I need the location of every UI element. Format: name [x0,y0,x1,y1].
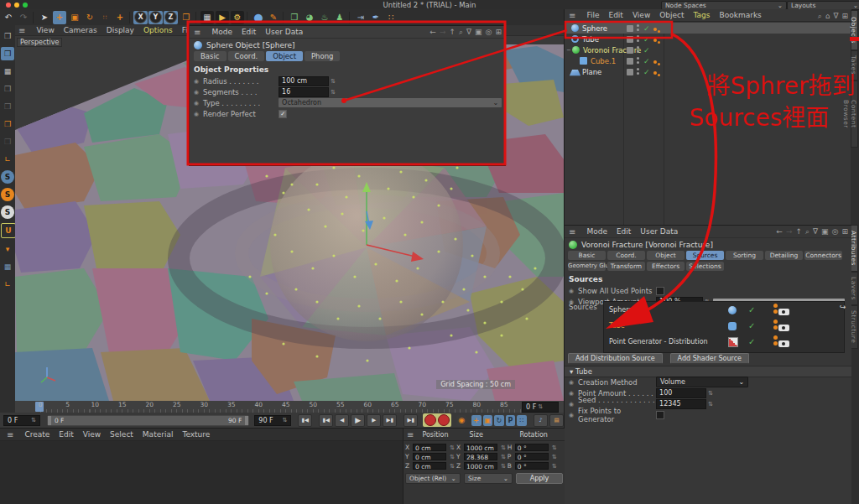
workplane-mode-icon[interactable]: ❒ [1,82,14,96]
side-tab-structure[interactable]: Structure [851,305,858,349]
back-icon[interactable]: ← [430,28,436,37]
range-start-handle[interactable] [48,416,51,425]
goto-start-button[interactable]: ▮◀ [298,414,312,427]
object-row-tube[interactable]: Tube ✓ [565,34,851,44]
material-menu-view[interactable]: View [83,430,101,439]
play-button[interactable]: ▶ [351,414,365,427]
spinner-icon[interactable]: ⇅ [708,401,713,408]
pos-z-field[interactable]: 0 cm [413,462,446,470]
object-row-voronoi-fracture[interactable]: − Voronoi Fracture ✓ [565,44,851,55]
back-icon[interactable]: ← [776,227,783,236]
viewport-menu-cameras[interactable]: Cameras [64,26,97,34]
expander-icon[interactable]: − [566,47,571,54]
source-row-tube[interactable]: Tube ✓ [604,318,844,334]
next-key-button[interactable]: ▶▮ [383,414,397,427]
type-dropdown[interactable]: Octahedron ⌄ [279,98,502,107]
visibility-dots-icon[interactable] [637,35,639,44]
layer-dot-icon[interactable] [773,325,778,330]
extra-tools-icon[interactable]: ∷ [384,11,398,24]
key-circle-icon[interactable]: ◉ [569,401,574,408]
prev-frame-button[interactable]: ◀ [335,414,349,427]
filter-icon[interactable]: ∇ [813,227,818,236]
render-picture-viewer-button[interactable]: ▶ [216,11,229,24]
visibility-dots-icon[interactable] [637,46,639,55]
dialog-menu-userdata[interactable]: User Data [265,28,303,36]
tab-effectors[interactable]: Effectors [647,262,685,271]
visibility-dots-icon[interactable] [637,68,639,76]
eye-icon[interactable] [778,340,789,347]
enabled-check-icon[interactable]: ✓ [643,57,650,65]
enabled-check-icon[interactable]: ✓ [643,68,650,76]
objects-menu-edit[interactable]: Edit [608,11,622,19]
visibility-dots-icon[interactable] [637,57,639,65]
undo-button[interactable]: ↶ [2,11,15,24]
hamburger-icon[interactable]: ≡ [569,227,575,236]
key-circle-icon[interactable]: ◉ [194,111,199,117]
add-volume-object-button[interactable]: ♨ [318,11,331,24]
current-frame-field[interactable]: 0 F ⇅ [3,415,40,426]
record-parameter-toggle[interactable]: P [506,415,516,426]
eye-icon[interactable] [778,325,789,331]
render-settings-button[interactable]: ⚙ [231,11,244,24]
spinner-icon[interactable]: ⇅ [450,454,455,460]
panel-icon[interactable]: ⊞ [495,28,502,37]
spinner-icon[interactable]: ⇅ [501,444,506,451]
material-menu-create[interactable]: Create [24,430,49,439]
keyframe-selection-button[interactable]: ◉ [456,415,466,426]
spinner-icon[interactable]: ⇅ [450,463,455,470]
material-manager-icon[interactable]: ● [252,11,265,24]
layer-dots-icon[interactable] [653,35,660,44]
show-points-checkbox[interactable] [656,287,664,295]
material-menu-material[interactable]: Material [143,430,174,439]
viewport-menu-view[interactable]: View [36,26,54,34]
coordinate-mode-dropdown[interactable]: Object (Rel)⌄ [405,473,461,484]
hamburger-icon[interactable]: ≡ [194,28,200,37]
tab-selections[interactable]: Selections [686,262,724,271]
tab-sorting[interactable]: Sorting [726,251,763,260]
target-icon[interactable]: ◎ [832,227,839,236]
drop-target-icon[interactable]: ↪ [840,303,846,311]
scale-tool[interactable]: ▣ [68,11,81,24]
spinner-icon[interactable]: ⇅ [331,78,336,85]
redo-button[interactable]: ↷ [17,11,30,24]
key-circle-icon[interactable]: ◉ [194,89,199,96]
objects-menu-file[interactable]: File [586,11,599,19]
layer-dot-icon[interactable] [773,341,778,346]
objects-menu-view[interactable]: View [633,11,650,19]
tab-phong[interactable]: Phong [305,51,341,61]
panel-icon[interactable]: ⊞ [841,12,848,21]
source-row-point-generator[interactable]: Point Generator - Distribution ✓ [604,334,844,350]
forward-icon[interactable]: → [440,28,446,37]
segments-field[interactable]: 16 [279,87,329,97]
tube-group-header[interactable]: ▾ Tube [565,366,851,377]
spinner-icon[interactable]: ⇅ [552,454,557,460]
spinner-icon[interactable]: ⇅ [501,454,506,460]
size-y-field[interactable]: 28.368 cm [464,453,497,460]
object-row-cube1[interactable]: Cube.1 ✓ [565,55,851,66]
tracker-tool-icon[interactable]: ⇥ [354,11,367,24]
layer-dot-icon[interactable] [773,304,778,308]
side-tab-takes[interactable]: Takes [851,50,858,81]
eye-icon[interactable] [778,309,789,315]
dialog-menu-edit[interactable]: Edit [242,28,256,36]
viewport-menu-display[interactable]: Display [107,26,134,34]
attr-menu-userdata[interactable]: User Data [640,227,678,236]
edit-tag-icon[interactable] [627,36,633,43]
enable-axis-icon[interactable]: ∟ [1,153,14,166]
fix-points-checkbox[interactable] [656,411,664,419]
attr-menu-mode[interactable]: Mode [586,227,607,236]
side-tab-attributes[interactable]: Attributes [851,225,858,272]
lock-x-axis-button[interactable]: X [133,11,148,24]
sound-toggle[interactable]: ♪ [534,414,548,427]
apply-button[interactable]: Apply [516,473,563,484]
key-circle-icon[interactable]: ◉ [194,100,199,107]
source-row-sphere[interactable]: Sphere ✓ [604,302,844,318]
record-rotation-toggle[interactable]: ↻ [494,415,504,426]
tab-coord[interactable]: Coord. [228,51,265,61]
viewport-menu-options[interactable]: Options [143,26,173,34]
object-row-sphere[interactable]: Sphere ✓ [565,23,851,34]
tab-detailing[interactable]: Detailing [765,251,803,260]
edit-tag-icon[interactable] [627,58,633,65]
hamburger-icon[interactable]: ≡ [7,430,13,439]
search-icon[interactable]: ⌕ [805,227,810,236]
